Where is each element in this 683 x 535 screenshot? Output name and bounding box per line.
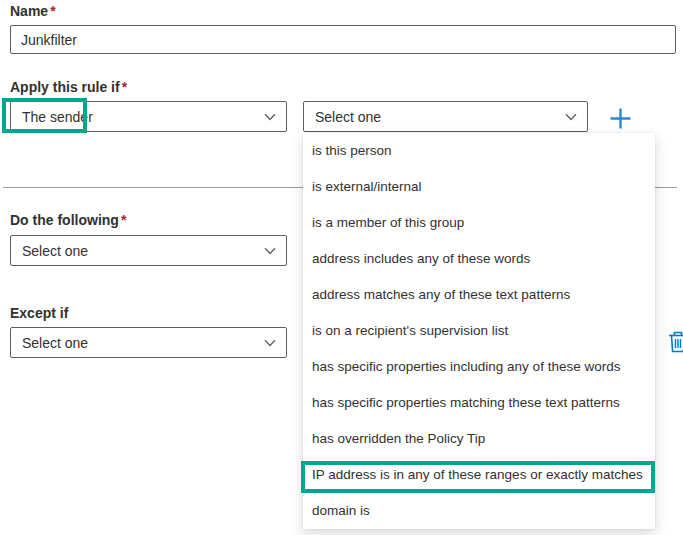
required-asterisk: * (121, 212, 126, 228)
menu-item[interactable]: has overridden the Policy Tip (303, 421, 655, 457)
do-following-label-text: Do the following (10, 212, 119, 228)
exception-dropdown[interactable]: Select one (10, 327, 287, 358)
trash-icon (668, 341, 683, 356)
plus-icon (609, 107, 632, 130)
condition-value-placeholder: Select one (315, 109, 381, 125)
delete-exception-button[interactable] (668, 331, 683, 353)
required-asterisk: * (122, 79, 127, 95)
rule-name-input[interactable] (10, 25, 676, 54)
menu-item[interactable]: address matches any of these text patter… (303, 277, 655, 313)
menu-item[interactable]: is on a recipient's supervision list (303, 313, 655, 349)
menu-item[interactable]: is external/internal (303, 169, 655, 205)
do-following-label: Do the following* (10, 212, 126, 228)
menu-item[interactable]: domain is (303, 493, 655, 529)
rule-editor-page: Name* Apply this rule if* The sender Sel… (0, 0, 683, 535)
add-condition-button[interactable] (606, 104, 634, 132)
menu-item[interactable]: has specific properties matching these t… (303, 385, 655, 421)
chevron-down-icon (565, 113, 577, 121)
menu-item[interactable]: has specific properties including any of… (303, 349, 655, 385)
menu-item[interactable]: is a member of this group (303, 205, 655, 241)
action-placeholder: Select one (22, 243, 88, 259)
required-asterisk: * (50, 3, 55, 19)
chevron-down-icon (264, 113, 276, 121)
condition-dropdown-menu: is this personis external/internalis a m… (303, 133, 655, 529)
action-dropdown[interactable]: Select one (10, 235, 287, 266)
apply-rule-label: Apply this rule if* (10, 79, 127, 95)
except-if-label: Except if (10, 305, 68, 321)
menu-item[interactable]: address includes any of these words (303, 241, 655, 277)
exception-placeholder: Select one (22, 335, 88, 351)
menu-item[interactable]: is this person (303, 133, 655, 169)
chevron-down-icon (264, 247, 276, 255)
apply-rule-label-text: Apply this rule if (10, 79, 120, 95)
except-if-label-text: Except if (10, 305, 68, 321)
chevron-down-icon (264, 339, 276, 347)
menu-item[interactable]: IP address is in any of these ranges or … (303, 457, 655, 493)
condition-value-dropdown[interactable]: Select one (303, 101, 588, 132)
condition-type-dropdown[interactable]: The sender (10, 101, 287, 132)
name-label: Name* (10, 3, 56, 19)
name-label-text: Name (10, 3, 48, 19)
condition-type-value: The sender (22, 109, 93, 125)
